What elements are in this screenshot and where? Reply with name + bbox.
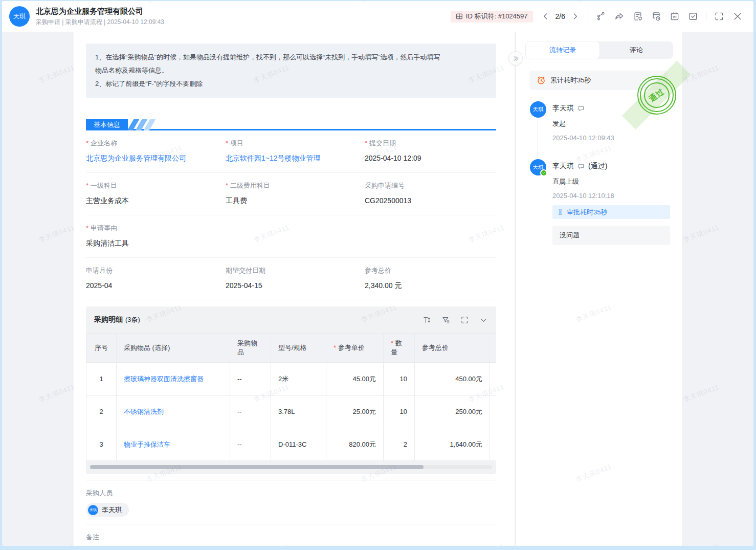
prev-page-button[interactable] xyxy=(540,11,551,22)
top-header: 天琪 北京思为企业服务管理有限公司 采购申请 | 采购申请流程 | 2025-0… xyxy=(2,1,753,32)
field-label: 一级科目 xyxy=(91,182,117,189)
field-value-project-link[interactable]: 北京软件园1~12号楼物业管理 xyxy=(226,154,365,163)
section-header-basic-info: 基本信息 xyxy=(86,119,496,130)
divider xyxy=(588,11,588,21)
app-window: 天琪 北京思为企业服务管理有限公司 采购申请 | 采购申请流程 | 2025-0… xyxy=(2,1,753,546)
field-label: 申请月份 xyxy=(86,267,113,274)
chevron-down-icon[interactable] xyxy=(479,316,488,324)
actor-name: 李天琪 xyxy=(552,162,574,171)
tab-comments[interactable]: 评论 xyxy=(599,41,673,59)
avatar: 天琪 xyxy=(530,101,546,118)
alarm-clock-icon xyxy=(537,76,546,85)
file-shield-icon[interactable] xyxy=(632,11,643,22)
col-qty: *数量 xyxy=(384,334,415,363)
field-label: 参考总价 xyxy=(365,267,391,274)
tab-flow-record[interactable]: 流转记录 xyxy=(526,41,599,59)
horizontal-scrollbar xyxy=(90,465,492,469)
total-time-label: 累计耗时35秒 xyxy=(550,76,591,85)
actor-name: 李天琪 xyxy=(552,104,574,113)
breadcrumb: 采购申请 | 采购申请流程 | 2025-04-10 12:09:43 xyxy=(36,18,451,27)
next-page-button[interactable] xyxy=(569,11,581,22)
field-value: 工具费 xyxy=(226,196,365,206)
field-value: 2,340.00 元 xyxy=(365,281,496,291)
form-row-1: *企业名称 北京思为企业服务管理有限公司 *项目 北京软件园1~12号楼物业管理… xyxy=(86,130,496,173)
field-value: 采购清洁工具 xyxy=(86,239,496,248)
field-level1-subject: *一级科目 主营业务成本 xyxy=(86,181,226,206)
field-label: 项目 xyxy=(230,139,243,147)
field-label: 申请事由 xyxy=(91,224,117,232)
row-height-icon[interactable] xyxy=(423,316,431,324)
avatar: 天琪 xyxy=(530,159,546,175)
page-title: 北京思为企业服务管理有限公司 xyxy=(36,6,451,16)
field-apply-month: 申请月份 2025-04 xyxy=(86,266,226,291)
col-total: 参考总价 xyxy=(415,334,490,363)
timestamp: 2025-04-10 12:09:43 xyxy=(552,134,668,142)
action-label: 发起 xyxy=(552,119,668,128)
col-unit-price: *参考单价 xyxy=(326,334,384,363)
divider xyxy=(706,11,706,21)
field-label: 采购申请编号 xyxy=(365,182,405,189)
role-label: 直属上级 xyxy=(552,177,668,186)
form-detail-panel: 1、在选择“采购物品”的时候，如果物品没有提前维护，找不到，那么可以选择“未找到… xyxy=(74,32,515,546)
field-value: 2025-04-10 12:09 xyxy=(365,154,496,162)
approval-duration-label: 审批耗时35秒 xyxy=(567,208,607,217)
fullscreen-icon[interactable] xyxy=(714,11,725,22)
collapse-sidebar-button[interactable] xyxy=(508,51,523,65)
field-submit-date: *提交日期 2025-04-10 12:09 xyxy=(365,139,496,163)
expand-icon[interactable] xyxy=(460,316,469,324)
field-reason: *申请事由 采购清洁工具 xyxy=(86,224,496,248)
filter-icon[interactable] xyxy=(441,316,450,324)
table-row: 2 不锈钢清洗剂 -- 3.78L 25.00元 10 250.00元 不锈钢清… xyxy=(86,395,497,428)
comment-bubble-icon[interactable] xyxy=(577,105,585,112)
detail-count: (3条) xyxy=(125,315,140,324)
purchaser-tag: 天琪 李天琪 xyxy=(86,503,129,517)
field-value: 主营业务成本 xyxy=(86,196,226,206)
item-link[interactable]: 擦玻璃神器双面清洗擦窗器 xyxy=(124,375,204,383)
avatar: 天琪 xyxy=(88,505,98,515)
id-badge[interactable]: ID 标识符: #1024597 xyxy=(451,11,533,23)
approved-check-badge xyxy=(540,169,547,177)
remark-section: 备注 -- xyxy=(86,524,496,546)
detail-table: 序号 采购物品 (选择) 采购物品 型号/规格 *参考单价 *数量 参考总价 xyxy=(86,333,496,461)
stamp-text: 通过 xyxy=(647,86,666,104)
form-row-4: 申请月份 2025-04 期望交付日期 2025-04-15 参考总价 2,34… xyxy=(86,258,496,300)
field-label: 企业名称 xyxy=(91,139,117,147)
comment-bubble-icon[interactable] xyxy=(577,163,585,170)
timestamp: 2025-04-10 12:10:18 xyxy=(552,192,668,200)
id-badge-label: ID 标识符: #1024597 xyxy=(466,12,528,21)
flow-icon[interactable] xyxy=(595,11,607,22)
table-row: 1 擦玻璃神器双面清洗擦窗器 -- 2米 45.00元 10 450.00元 擦… xyxy=(86,363,497,395)
field-value-company-link[interactable]: 北京思为企业服务管理有限公司 xyxy=(86,154,226,163)
field-ref-total: 参考总价 2,340.00 元 xyxy=(365,266,496,291)
calendar-icon[interactable] xyxy=(669,11,680,22)
notice-line-3: 2、标记了前缀是“F-”的字段不要删除 xyxy=(95,77,487,91)
field-label: 二级费用科目 xyxy=(230,182,270,189)
item-link[interactable]: 不锈钢清洗剂 xyxy=(124,408,164,415)
section-title: 基本信息 xyxy=(86,119,128,130)
col-extra xyxy=(490,334,497,363)
detail-title: 采购明细 xyxy=(94,315,123,324)
field-request-no: 采购申请编号 CG202500013 xyxy=(365,181,496,206)
file-clock-icon[interactable] xyxy=(651,11,662,22)
timeline-item-approve: 天琪 李天琪 (通过) 直属上级 2025-04-10 12:10:18 审批耗… xyxy=(530,159,668,245)
field-value: CG202500013 xyxy=(365,196,496,205)
col-no: 序号 xyxy=(86,334,117,363)
approval-comment: 没问题 xyxy=(552,226,670,245)
flow-timeline: 天琪 李天琪 发起 2025-04-10 12:09:43 天琪 李天琪 (通过… xyxy=(530,101,668,245)
field-value: 2025-04-15 xyxy=(226,281,365,290)
table-row: 3 物业手推保洁车 -- D-011-3C 820.00元 2 1,640.00… xyxy=(86,428,497,461)
purchase-detail-table-card: 采购明细 (3条) xyxy=(86,306,496,474)
check-square-icon[interactable] xyxy=(687,11,699,22)
purchaser-label: 采购人员 xyxy=(86,489,496,498)
form-row-3: *申请事由 采购清洁工具 xyxy=(86,215,496,258)
scrollbar-thumb[interactable] xyxy=(90,465,424,469)
forward-icon[interactable] xyxy=(614,11,625,22)
approved-stamp: 通过 xyxy=(637,76,676,115)
close-icon[interactable] xyxy=(732,11,743,22)
notice-line-1: 1、在选择“采购物品”的时候，如果物品没有提前维护，找不到，那么可以选择“未找到… xyxy=(95,51,487,64)
field-level2-subject: *二级费用科目 工具费 xyxy=(226,181,365,206)
grid-icon xyxy=(456,13,463,20)
approval-sidebar: 流转记录 评论 累计耗时35秒 通过 天琪 李天琪 发起 2025- xyxy=(515,32,682,546)
col-item: 采购物品 xyxy=(230,334,271,363)
item-link[interactable]: 物业手推保洁车 xyxy=(124,441,170,448)
